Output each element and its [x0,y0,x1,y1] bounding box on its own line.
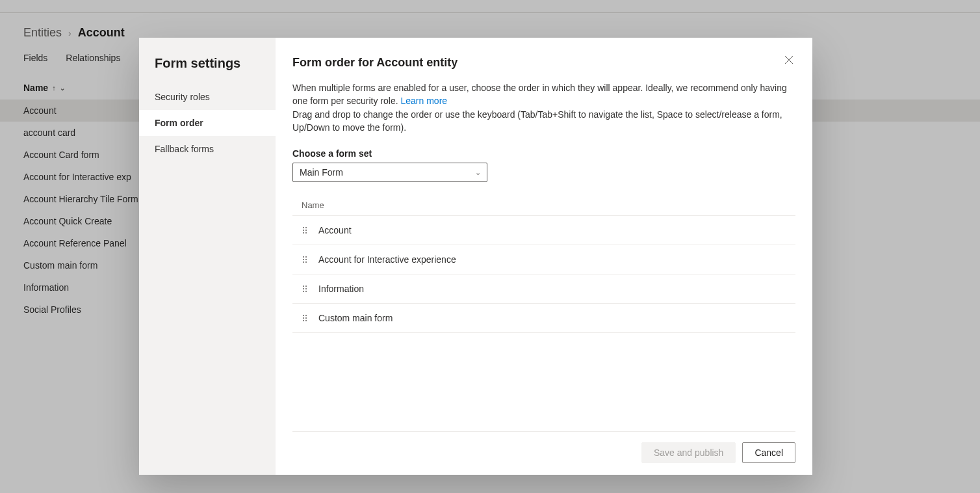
close-icon [784,55,793,67]
svg-point-16 [303,291,304,292]
sidebar-item-fallback-forms[interactable]: Fallback forms [139,136,276,162]
drag-handle-icon[interactable] [302,313,308,323]
table-cell-name: Account for Interactive experience [318,254,456,265]
svg-point-0 [303,227,304,228]
svg-point-11 [305,261,307,263]
sidebar-item-form-order[interactable]: Form order [139,110,276,136]
drag-handle-icon[interactable] [302,226,308,235]
form-settings-dialog: Form settings Security roles Form order … [139,38,812,475]
table-row[interactable]: Account for Interactive experience [292,245,795,274]
table-row[interactable]: Custom main form [292,304,795,333]
svg-point-12 [303,286,304,287]
dialog-footer: Save and publish Cancel [292,431,795,463]
close-button[interactable] [781,53,797,69]
table-cell-name: Custom main form [318,313,393,323]
svg-point-5 [305,232,307,233]
svg-point-1 [305,227,307,228]
table-cell-name: Information [318,284,364,294]
svg-point-7 [305,256,307,258]
drag-handle-icon[interactable] [302,255,308,264]
svg-point-10 [303,261,304,263]
dialog-title: Form order for Account entity [292,56,795,70]
svg-point-9 [305,259,307,260]
svg-point-18 [303,315,304,316]
svg-point-15 [305,288,307,289]
table-row[interactable]: Information [292,274,795,304]
form-set-label: Choose a form set [292,148,795,159]
dialog-sidebar: Form settings Security roles Form order … [139,38,276,475]
dialog-description: When multiple forms are enabled for a us… [292,81,795,108]
cancel-button[interactable]: Cancel [742,442,795,463]
table-row[interactable]: Account [292,216,795,245]
save-and-publish-button[interactable]: Save and publish [641,442,736,463]
dialog-instructions: Drag and drop to change the order or use… [292,108,795,135]
form-set-select[interactable]: Main Form ⌄ [292,163,487,182]
svg-point-13 [305,286,307,287]
svg-point-21 [305,317,307,319]
svg-point-20 [303,317,304,319]
form-set-value: Main Form [292,163,487,182]
svg-point-4 [303,232,304,233]
svg-point-14 [303,288,304,289]
svg-point-22 [303,320,304,321]
dialog-main: Form order for Account entity When multi… [276,38,812,475]
svg-point-17 [305,291,307,292]
drag-handle-icon[interactable] [302,284,308,293]
dialog-description-text: When multiple forms are enabled for a us… [292,83,787,106]
learn-more-link[interactable]: Learn more [401,96,448,106]
svg-point-23 [305,320,307,321]
dialog-sidebar-title: Form settings [139,56,276,84]
svg-point-19 [305,315,307,316]
svg-point-3 [305,230,307,231]
svg-point-8 [303,259,304,260]
sidebar-item-security-roles[interactable]: Security roles [139,84,276,110]
table-cell-name: Account [318,225,352,235]
form-order-table: Name Account Account for Interactive exp… [292,195,795,431]
table-header-name: Name [292,195,795,216]
svg-point-6 [303,256,304,258]
svg-point-2 [303,230,304,231]
